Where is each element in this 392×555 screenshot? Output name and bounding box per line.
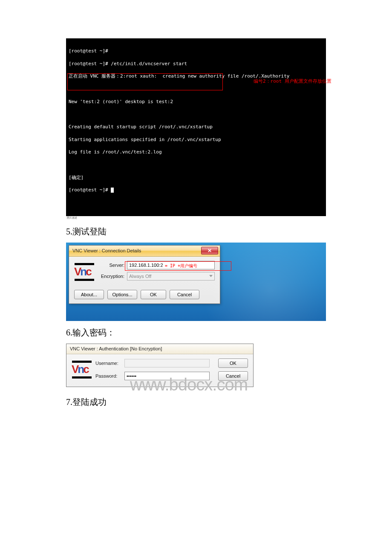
encryption-label: Encryption:	[98, 274, 124, 279]
encryption-value: Always Off	[129, 274, 151, 279]
term-line: [确定]	[69, 175, 84, 180]
vnc-auth-dialog: VNC Viewer : Authentication [No Encrypti…	[66, 344, 254, 387]
caption: 图片描述	[66, 216, 326, 220]
ok-button[interactable]: OK	[141, 290, 166, 299]
titlebar: VNC Viewer : Authentication [No Encrypti…	[66, 344, 253, 354]
server-label: Server:	[98, 263, 124, 268]
term-line: Log file is /root/.vnc/test:2.log	[69, 149, 162, 155]
term-line: [root@test ~]#	[69, 187, 114, 193]
dialog-title: VNC Viewer : Connection Details	[72, 248, 201, 253]
vnc-logo-icon: Vnc	[72, 360, 92, 379]
step-7-heading: 7.登陆成功	[66, 396, 326, 408]
cancel-button[interactable]: Cancel	[170, 290, 199, 299]
username-input[interactable]	[124, 359, 210, 367]
vnc-logo-icon: Vnc	[74, 263, 95, 281]
desktop-screenshot: VNC Viewer : Connection Details ✕ Vnc Se…	[66, 243, 326, 321]
annotation-text: 编号2：root 用户配置文件存放位置	[254, 78, 331, 85]
annotation-text: = IP +用户编号	[165, 263, 197, 269]
step-5-heading: 5.测试登陆	[66, 226, 326, 237]
about-button[interactable]: About...	[74, 290, 104, 299]
close-icon: ✕	[208, 248, 212, 253]
term-line: New 'test:2 (root)' desktop is test:2	[69, 99, 173, 104]
term-line: Creating default startup script /root/.v…	[69, 124, 213, 130]
term-line: [root@test ~]# /etc/init.d/vncserver sta…	[69, 61, 187, 66]
ok-button[interactable]: OK	[218, 358, 248, 368]
password-input[interactable]	[124, 372, 210, 380]
cursor-icon	[111, 188, 114, 193]
close-button[interactable]: ✕	[201, 247, 218, 254]
auth-screenshot: VNC Viewer : Authentication [No Encrypti…	[66, 344, 254, 387]
password-label: Password:	[95, 373, 122, 379]
titlebar: VNC Viewer : Connection Details ✕	[69, 246, 220, 257]
term-line: [root@test ~]#	[69, 48, 108, 54]
chevron-down-icon	[209, 275, 213, 277]
dialog-title: VNC Viewer : Authentication [No Encrypti…	[70, 346, 162, 351]
terminal-screenshot: [root@test ~]# [root@test ~]# /etc/init.…	[66, 38, 326, 216]
step-6-heading: 6.输入密码：	[66, 327, 326, 338]
vnc-connection-dialog: VNC Viewer : Connection Details ✕ Vnc Se…	[69, 245, 220, 304]
encryption-select[interactable]: Always Off	[127, 272, 215, 280]
options-button[interactable]: Options...	[107, 290, 137, 299]
cancel-button[interactable]: Cancel	[218, 371, 248, 381]
username-label: Username:	[95, 361, 122, 366]
term-line: Starting applications specified in /root…	[69, 137, 221, 142]
